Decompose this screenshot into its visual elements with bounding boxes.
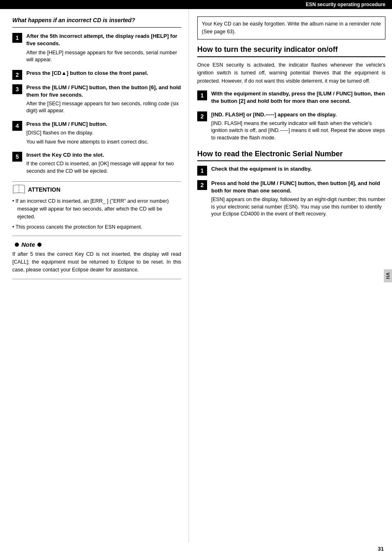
sec2-step-2-content: [IND. FLASH] or [IND.-----] appears on t… bbox=[211, 111, 385, 144]
note-label: Note bbox=[21, 241, 35, 248]
section2-body: Once ESN security is activated, the indi… bbox=[197, 61, 385, 85]
attention-label: ATTENTION bbox=[28, 186, 60, 193]
header-bar: ESN security operating procedure bbox=[0, 0, 392, 9]
section1-divider bbox=[12, 27, 181, 28]
section1-title: What happens if an incorrect CD is inser… bbox=[12, 16, 181, 24]
attention-list: If an incorrect CD is inserted, an [ERR_… bbox=[12, 197, 181, 231]
page: ESN security operating procedure What ha… bbox=[0, 0, 392, 556]
step-4-desc1: [DISC] flashes on the display. bbox=[26, 130, 181, 137]
step-5-content: Insert the Key CD into the slot. If the … bbox=[26, 151, 181, 176]
step-3: 3 Press the [ILUM / FUNC] button, then t… bbox=[12, 84, 181, 116]
sec2-step-1-content: With the equipment in standby, press the… bbox=[211, 90, 385, 107]
step-4-number: 4 bbox=[12, 121, 22, 131]
sec3-step-2-desc: [ESN] appears on the display, followed b… bbox=[211, 196, 385, 218]
step-1-content: After the 5th incorrect attempt, the dis… bbox=[26, 32, 181, 65]
step-5-number: 5 bbox=[12, 152, 22, 162]
content-area: What happens if an incorrect CD is inser… bbox=[0, 9, 392, 542]
step-4: 4 Press the [ILUM / FUNC] button. [DISC]… bbox=[12, 120, 181, 147]
book-icon bbox=[12, 184, 25, 195]
step-4-desc2: You will have five more attempts to inse… bbox=[26, 139, 181, 146]
reminder-box: Your Key CD can be easily forgotten. Wri… bbox=[197, 16, 385, 39]
step-5-desc: If the correct CD is inserted, an [OK] m… bbox=[26, 160, 181, 175]
attention-item-1: If an incorrect CD is inserted, an [ERR_… bbox=[12, 197, 181, 220]
step-1-number: 1 bbox=[12, 33, 22, 43]
sec2-step-1-title: With the equipment in standby, press the… bbox=[211, 90, 385, 105]
step-5-title: Insert the Key CD into the slot. bbox=[26, 151, 181, 159]
section3-divider bbox=[197, 160, 385, 161]
sec3-step-1: 1 Check that the equipment is in standby… bbox=[197, 165, 385, 176]
sec3-step-1-number: 1 bbox=[197, 166, 207, 176]
attention-item-2: This process cancels the protection for … bbox=[12, 223, 181, 231]
sec2-step-1-number: 1 bbox=[197, 90, 207, 100]
note-text: If after 5 tries the correct Key CD is n… bbox=[12, 250, 181, 273]
step-2-number: 2 bbox=[12, 70, 22, 80]
sec3-step-2-title: Press and hold the [ILUM / FUNC] button,… bbox=[211, 180, 385, 195]
note-header: Note bbox=[12, 241, 181, 248]
note-box: Note If after 5 tries the correct Key CD… bbox=[12, 241, 181, 273]
attention-header: ATTENTION bbox=[12, 184, 181, 195]
sec3-step-2-content: Press and hold the [ILUM / FUNC] button,… bbox=[211, 180, 385, 220]
section3-title: How to read the Electronic Serial Number bbox=[197, 150, 385, 159]
step-2-content: Press the [CD▲] button to close the fron… bbox=[26, 70, 181, 79]
header-title: ESN security operating procedure bbox=[306, 2, 385, 7]
note-dot-right bbox=[37, 243, 42, 247]
left-column: What happens if an incorrect CD is inser… bbox=[0, 9, 189, 542]
step-2: 2 Press the [CD▲] button to close the fr… bbox=[12, 70, 181, 80]
sec3-step-2-number: 2 bbox=[197, 180, 207, 190]
sec2-step-2-desc: [IND. FLASH] means the security indicato… bbox=[211, 120, 385, 142]
step-1: 1 After the 5th incorrect attempt, the d… bbox=[12, 32, 181, 65]
step-3-title: Press the [ILUM / FUNC] button, then the… bbox=[26, 84, 181, 99]
sec3-step-1-content: Check that the equipment is in standby. bbox=[211, 165, 385, 174]
note-dot-left bbox=[15, 243, 19, 247]
section2-divider bbox=[197, 56, 385, 57]
sec2-step-2: 2 [IND. FLASH] or [IND.-----] appears on… bbox=[197, 111, 385, 144]
sec2-step-1: 1 With the equipment in standby, press t… bbox=[197, 90, 385, 107]
step-3-content: Press the [ILUM / FUNC] button, then the… bbox=[26, 84, 181, 116]
step-1-title: After the 5th incorrect attempt, the dis… bbox=[26, 32, 181, 47]
vii-tab: VII bbox=[384, 269, 392, 282]
step-2-title: Press the [CD▲] button to close the fron… bbox=[26, 70, 181, 77]
attention-box: ATTENTION If an incorrect CD is inserted… bbox=[12, 181, 181, 231]
vii-label: VII bbox=[385, 272, 390, 279]
step-1-desc: After the [HELP] message appears for fiv… bbox=[26, 49, 181, 64]
sec2-step-2-title: [IND. FLASH] or [IND.-----] appears on t… bbox=[211, 111, 385, 118]
page-number: 31 bbox=[0, 542, 392, 556]
right-column: Your Key CD can be easily forgotten. Wri… bbox=[189, 9, 392, 542]
section2-title: How to turn the security indicator on/of… bbox=[197, 45, 385, 54]
attention-bottom-rule bbox=[12, 236, 181, 236]
step-3-desc: After the [SEC] message appears for two … bbox=[26, 100, 181, 115]
sec2-step-2-number: 2 bbox=[197, 111, 207, 121]
note-bottom-rule bbox=[12, 279, 181, 279]
step-4-title: Press the [ILUM / FUNC] button. bbox=[26, 120, 181, 128]
sec3-step-1-title: Check that the equipment is in standby. bbox=[211, 165, 385, 173]
step-3-number: 3 bbox=[12, 84, 22, 94]
sec3-step-2: 2 Press and hold the [ILUM / FUNC] butto… bbox=[197, 180, 385, 220]
step-4-content: Press the [ILUM / FUNC] button. [DISC] f… bbox=[26, 120, 181, 147]
step-5: 5 Insert the Key CD into the slot. If th… bbox=[12, 151, 181, 176]
